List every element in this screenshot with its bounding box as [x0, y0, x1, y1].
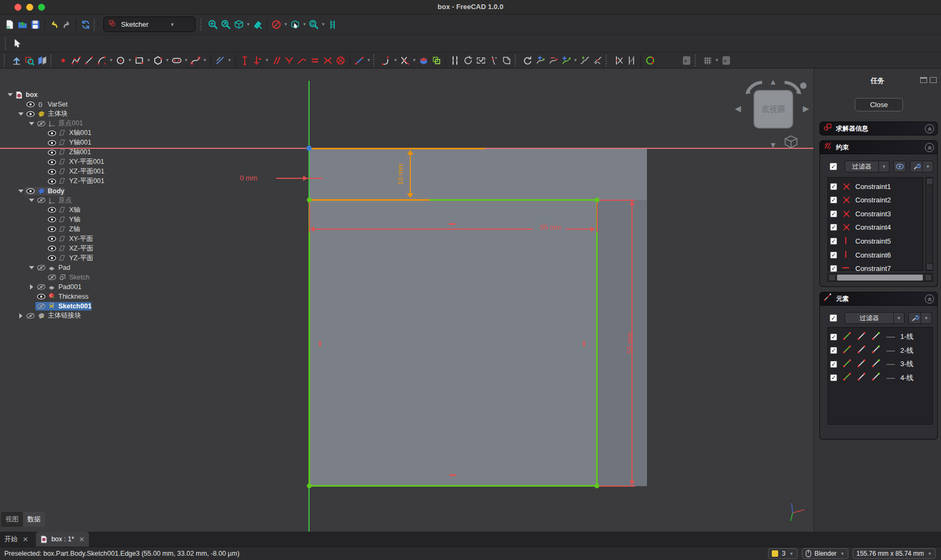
isometric-view-dropdown-icon[interactable]: ▼: [245, 18, 251, 31]
dim-label-10mm[interactable]: 10 mm: [396, 161, 404, 188]
create-arc-button[interactable]: [95, 54, 108, 67]
create-bspline-button[interactable]: [189, 54, 202, 67]
solver-section-header[interactable]: 求解器信息: [819, 122, 938, 135]
constraint-checkbox[interactable]: ✓: [830, 238, 837, 245]
toggle-grid-button[interactable]: [701, 54, 714, 67]
constraints-show-hide-button[interactable]: [893, 161, 906, 172]
zoom-selection-button[interactable]: [220, 18, 232, 31]
tree-item-Z轴001[interactable]: Z轴001: [0, 148, 91, 157]
visibility-on-icon[interactable]: [46, 234, 57, 243]
constraints-master-checkbox[interactable]: ✓: [830, 163, 837, 170]
tree-expander-icon[interactable]: [6, 93, 14, 96]
create-rectangle-dropdown-icon[interactable]: ▼: [146, 54, 152, 67]
corner-bottom-left[interactable]: [307, 483, 312, 488]
tree-item-Sketch001[interactable]: Sketch001: [0, 301, 92, 311]
visibility-off-icon[interactable]: [35, 283, 47, 291]
close-doc-tab-icon[interactable]: ✕: [79, 535, 85, 543]
nav-arrow-down-icon[interactable]: ▼: [769, 140, 777, 149]
constraint-checkbox[interactable]: ✓: [830, 210, 837, 217]
visibility-off-icon[interactable]: [35, 196, 47, 205]
hscroll-thumb[interactable]: [837, 275, 923, 281]
element-row-3-线[interactable]: ✓—3-线: [830, 357, 914, 371]
isometric-view-button[interactable]: [232, 18, 245, 31]
visibility-on-icon[interactable]: [46, 225, 57, 233]
visibility-on-icon[interactable]: [35, 292, 47, 301]
nav-cube[interactable]: 底視圖: [754, 90, 793, 128]
visibility-on-icon[interactable]: [46, 254, 57, 262]
create-slot-dropdown-icon[interactable]: ▼: [183, 54, 189, 67]
create-slot-button[interactable]: [170, 54, 183, 67]
elements-settings-dropdown[interactable]: ▼: [921, 312, 932, 324]
preselected-edge[interactable]: [309, 148, 485, 149]
constraint-row-Constraint2[interactable]: ✓Constraint2: [830, 193, 891, 207]
tree-item-Y轴001[interactable]: Y轴001: [0, 138, 92, 148]
dim-label-55mm-h[interactable]: 55 mm: [535, 223, 566, 231]
nav-arrow-right-icon[interactable]: ▶: [803, 104, 809, 113]
element-row-1-线[interactable]: ✓—1-线: [830, 330, 914, 344]
visibility-on-icon[interactable]: [46, 206, 57, 214]
tree-expander-icon[interactable]: [28, 199, 35, 202]
element-row-2-线[interactable]: ✓—2-线: [830, 344, 914, 358]
tree-item-Y轴[interactable]: Y轴: [0, 215, 80, 224]
tree-item-Pad001[interactable]: Pad001: [0, 282, 81, 292]
visibility-on-icon[interactable]: [46, 168, 57, 176]
select-conflicting-button[interactable]: [487, 54, 500, 67]
visibility-on-icon[interactable]: [25, 110, 36, 118]
create-circle-button[interactable]: [114, 54, 127, 67]
visibility-on-icon[interactable]: [46, 158, 57, 167]
nav-arrow-up-icon[interactable]: ▲: [769, 77, 777, 86]
redo-button[interactable]: [61, 18, 73, 31]
view-sketch-button[interactable]: [23, 54, 36, 67]
tree-item-Pad[interactable]: Pad: [0, 263, 70, 273]
marker-size-select[interactable]: 3▼: [768, 548, 797, 559]
close-start-tab-icon[interactable]: ✕: [22, 535, 28, 543]
nav-rotate-ccw-icon[interactable]: [744, 78, 764, 94]
constrain-distance-vertical-button[interactable]: [238, 54, 251, 67]
constrain-horizontal-vertical-dropdown-icon[interactable]: ▼: [264, 54, 270, 67]
constraint-row-Constraint6[interactable]: ✓Constraint6: [830, 248, 891, 262]
solid-cross-section-shaded[interactable]: [597, 200, 647, 486]
trim-edge-button[interactable]: [398, 54, 411, 67]
tree-item-X轴[interactable]: X轴: [0, 205, 80, 215]
tree-item-XY-平面001[interactable]: XY-平面001: [0, 157, 104, 167]
nav-arrow-left-icon[interactable]: ◀: [735, 104, 741, 113]
visibility-on-icon[interactable]: [46, 129, 57, 138]
tab-view[interactable]: 视图: [1, 512, 23, 527]
fit-all-button[interactable]: [207, 18, 220, 31]
dim-line-10mm[interactable]: [410, 152, 411, 196]
dim-label-0mm[interactable]: 0 mm: [240, 174, 258, 182]
create-polygon-dropdown-icon[interactable]: ▼: [164, 54, 170, 67]
select-redundant-button[interactable]: [475, 54, 487, 67]
scroll-right-button[interactable]: [925, 274, 932, 281]
toolbar-overflow-1-button[interactable]: »: [680, 54, 693, 67]
remove-knot-button[interactable]: [547, 54, 560, 67]
tree-item-Thickness[interactable]: Thickness: [0, 292, 88, 301]
horizontal-constraint-marker-top[interactable]: [449, 223, 455, 225]
square-top-edge[interactable]: [430, 199, 597, 201]
zoom-tools-button[interactable]: [307, 18, 320, 31]
elements-collapse-icon[interactable]: [925, 294, 934, 304]
navigation-style-select[interactable]: Blender▼: [802, 548, 848, 559]
tree-expander-icon[interactable]: [28, 284, 35, 290]
constraint-row-Constraint3[interactable]: ✓Constraint3: [830, 207, 891, 221]
nav-rotate-cw-icon[interactable]: [783, 78, 802, 94]
origin-point[interactable]: [306, 146, 312, 151]
visibility-on-icon[interactable]: [46, 215, 57, 224]
tree-item-XY-平面[interactable]: XY-平面: [0, 234, 93, 244]
constrain-block-button[interactable]: [334, 54, 347, 67]
periodic-bspline-button[interactable]: [644, 54, 657, 67]
undo-button[interactable]: [48, 18, 61, 31]
constrain-tangent-button[interactable]: [296, 54, 308, 67]
constrain-equal-button[interactable]: [308, 54, 321, 67]
visibility-off-icon[interactable]: [25, 312, 36, 320]
open-document-button[interactable]: [16, 18, 29, 31]
tree-item-原点001[interactable]: 原点001: [0, 119, 83, 128]
create-bspline-dropdown-icon[interactable]: ▼: [202, 54, 208, 67]
constraint-checkbox[interactable]: ✓: [830, 265, 837, 272]
constraints-filter-button[interactable]: 过滤器: [845, 161, 879, 172]
new-document-button[interactable]: [3, 18, 16, 31]
constraint-checkbox[interactable]: ✓: [830, 252, 837, 259]
tree-expander-icon[interactable]: [17, 112, 25, 116]
scroll-up-button[interactable]: [926, 178, 933, 185]
save-document-button[interactable]: [29, 18, 42, 31]
